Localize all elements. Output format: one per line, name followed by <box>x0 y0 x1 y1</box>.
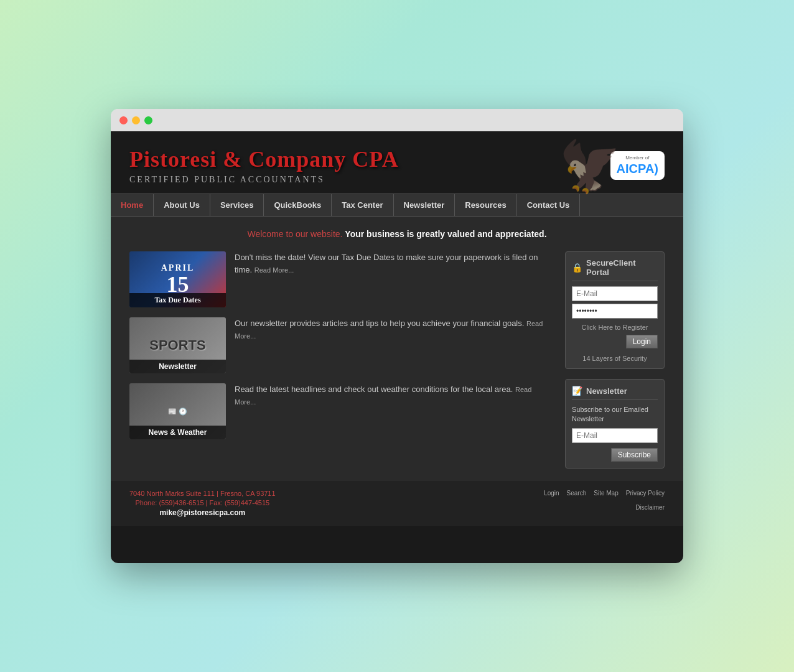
newsletter-text: Our newsletter provides articles and tip… <box>235 317 553 342</box>
newsletter-image[interactable]: SPORTS Newsletter <box>129 317 226 373</box>
footer-link-disclaimer[interactable]: Disclaimer <box>635 504 665 511</box>
site-subtitle: Certified Public Accountants <box>129 175 399 185</box>
news-img-placeholder: 📰 🕐 <box>166 405 190 418</box>
close-button[interactable] <box>119 116 128 124</box>
site-title-text: Pistoresi & Company CPA <box>129 147 399 172</box>
footer-link-privacy[interactable]: Privacy Policy <box>626 490 665 497</box>
tax-due-dates-image[interactable]: APRIL 15 Tax Due Dates <box>129 251 226 307</box>
portal-title: 🔒 SecureClient Portal <box>572 258 658 281</box>
newsletter-panel-title-text: Newsletter <box>586 386 627 396</box>
footer-links: Login Search Site Map Privacy Policy Dis… <box>540 490 665 511</box>
site-header: 🦅 Pistoresi & Company CPA Certified Publ… <box>111 131 683 194</box>
welcome-black-text: Your business is greatly valued and appr… <box>345 229 546 239</box>
content-right: 🔒 SecureClient Portal Click Here to Regi… <box>565 251 665 469</box>
minimize-button[interactable] <box>132 116 140 124</box>
newsletter-description: Our newsletter provides articles and tip… <box>235 319 524 328</box>
site-title: Pistoresi & Company CPA <box>129 146 399 172</box>
content-left: APRIL 15 Tax Due Dates Don't miss the da… <box>129 251 553 469</box>
tax-day-label: 15 <box>167 273 189 296</box>
tax-due-dates-label: Tax Due Dates <box>129 293 226 307</box>
newsletter-panel-title: 📝 Newsletter <box>572 386 658 400</box>
tax-due-dates-text: Don't miss the date! View our Tax Due Da… <box>235 251 553 276</box>
news-weather-text: Read the latest headlines and check out … <box>235 383 553 408</box>
portal-security-text: 14 Layers of Security <box>572 355 658 362</box>
nav-item-home[interactable]: Home <box>111 194 154 216</box>
newsletter-description: Subscribe to our Emailed Newsletter <box>572 405 658 424</box>
footer-contact: 7040 North Marks Suite 111 | Fresno, CA … <box>129 490 276 517</box>
tax-due-read-more[interactable]: Read More... <box>255 266 294 274</box>
browser-content: 🦅 Pistoresi & Company CPA Certified Publ… <box>111 131 683 563</box>
lock-icon: 🔒 <box>572 263 582 273</box>
newsletter-icon: 📝 <box>572 386 582 396</box>
aicpa-member-label: Member of <box>625 155 649 161</box>
welcome-red-text: Welcome to our website. <box>247 229 342 239</box>
nav-item-about[interactable]: About Us <box>154 194 210 216</box>
footer-phone: Phone: (559)436-6515 | Fax: (559)447-451… <box>129 499 276 506</box>
news-weather-card: 📰 🕐 News & Weather Read the latest headl… <box>129 383 553 439</box>
nav-item-services[interactable]: Services <box>210 194 264 216</box>
news-weather-label: News & Weather <box>129 426 226 439</box>
portal-title-text: SecureClient Portal <box>586 258 658 277</box>
newsletter-image-label: Newsletter <box>129 360 226 373</box>
nav-item-resources[interactable]: Resources <box>455 194 516 216</box>
nav-item-contact[interactable]: Contact Us <box>517 194 581 216</box>
browser-window: 🦅 Pistoresi & Company CPA Certified Publ… <box>111 109 683 563</box>
main-content: Welcome to our website. Your business is… <box>111 217 683 481</box>
newsletter-img-text: SPORTS <box>149 337 205 353</box>
portal-email-input[interactable] <box>572 286 658 301</box>
news-weather-description: Read the latest headlines and check out … <box>235 385 513 394</box>
nav-item-tax-center[interactable]: Tax Center <box>332 194 393 216</box>
maximize-button[interactable] <box>144 116 152 124</box>
tax-due-dates-card: APRIL 15 Tax Due Dates Don't miss the da… <box>129 251 553 307</box>
header-branding: Pistoresi & Company CPA Certified Public… <box>129 146 399 185</box>
portal-password-input[interactable] <box>572 304 658 319</box>
nav-item-newsletter[interactable]: Newsletter <box>394 194 455 216</box>
footer-link-sitemap[interactable]: Site Map <box>594 490 618 497</box>
browser-titlebar <box>111 109 683 131</box>
newsletter-subscribe-button[interactable]: Subscribe <box>611 448 658 462</box>
footer-link-login[interactable]: Login <box>544 490 559 497</box>
aicpa-badge: Member of AICPA) <box>610 151 665 180</box>
newsletter-signup-panel: 📝 Newsletter Subscribe to our Emailed Ne… <box>565 379 665 469</box>
portal-register-link[interactable]: Click Here to Register <box>572 324 658 331</box>
aicpa-logo: AICPA) <box>617 162 658 176</box>
footer-email: mike@pistoresicpa.com <box>129 508 276 517</box>
newsletter-email-input[interactable] <box>572 428 658 443</box>
secure-client-portal: 🔒 SecureClient Portal Click Here to Regi… <box>565 251 665 369</box>
site-nav: Home About Us Services QuickBooks Tax Ce… <box>111 194 683 217</box>
newsletter-card: SPORTS Newsletter Our newsletter provide… <box>129 317 553 373</box>
footer-address: 7040 North Marks Suite 111 | Fresno, CA … <box>129 490 276 497</box>
footer-link-search[interactable]: Search <box>567 490 587 497</box>
news-weather-image[interactable]: 📰 🕐 News & Weather <box>129 383 226 439</box>
content-area: APRIL 15 Tax Due Dates Don't miss the da… <box>129 251 665 469</box>
nav-item-quickbooks[interactable]: QuickBooks <box>264 194 332 216</box>
portal-login-button[interactable]: Login <box>626 335 658 348</box>
site-footer: 7040 North Marks Suite 111 | Fresno, CA … <box>111 481 683 526</box>
welcome-message: Welcome to our website. Your business is… <box>129 229 665 239</box>
